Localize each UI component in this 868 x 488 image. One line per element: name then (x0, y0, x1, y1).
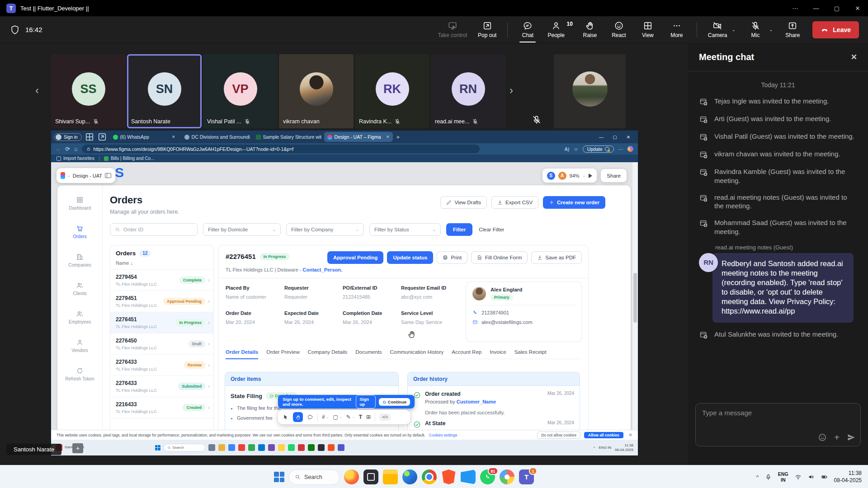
participant-tile[interactable]: vikram chavan (279, 54, 354, 128)
back-icon[interactable]: ← (56, 146, 61, 152)
filter-domicile-select[interactable]: Filter by Domicile⌄ (203, 223, 281, 236)
participant-tile[interactable]: SS Shivani Sup... (51, 54, 126, 128)
pen-tool-icon[interactable]: ✎ (346, 414, 351, 420)
order-row[interactable]: 2276451 TL Flex Holdings LLC In Progress… (110, 312, 213, 333)
mini-app-icon[interactable] (288, 444, 295, 451)
mic-options-chevron-icon[interactable]: ⌄ (769, 27, 773, 32)
cookie-close-icon[interactable]: ✕ (629, 432, 632, 437)
bookmark-import-favorites[interactable]: Import favorites (57, 156, 94, 161)
mini-app-icon[interactable] (268, 444, 275, 451)
chat-close-icon[interactable]: ✕ (851, 52, 857, 62)
mini-app-icon[interactable] (218, 444, 225, 451)
zoom-chevron-icon[interactable]: ⌄ (583, 174, 586, 178)
camera-options-chevron-icon[interactable]: ⌄ (732, 27, 736, 32)
refresh-icon[interactable]: ⟳ (66, 145, 70, 152)
tab-close-icon[interactable]: ✕ (386, 135, 390, 139)
browser-tab[interactable]: Design - UAT – Figma ✕ (324, 132, 393, 142)
wifi-icon[interactable] (795, 474, 802, 480)
sidebar-item[interactable]: Clients (73, 282, 87, 310)
browser-close-button[interactable]: ✕ (622, 135, 635, 140)
clear-filter-button[interactable]: Clear Filter (479, 227, 504, 232)
shape-tool-icon[interactable]: ▢ (333, 414, 338, 420)
maximize-button[interactable]: ▢ (826, 0, 847, 16)
collaborator-avatar[interactable]: A (558, 172, 566, 180)
browser-tab[interactable]: DC Divisions and Surroundings ✕ (181, 132, 250, 142)
print-button[interactable]: Print (437, 251, 467, 264)
comment-tool-icon[interactable] (307, 414, 313, 420)
url-field[interactable]: https://www.figma.com/design/9BKQ0FOHRWa… (82, 145, 480, 153)
vscode-icon[interactable] (461, 469, 476, 484)
dev-mode-toggle[interactable]: </> (379, 413, 391, 421)
copilot-icon[interactable] (627, 146, 633, 152)
text-tool-icon[interactable]: T (359, 414, 362, 420)
scrollbar[interactable] (632, 162, 638, 430)
mic-button[interactable]: Mic (746, 21, 764, 38)
mini-app-icon[interactable] (278, 444, 285, 451)
customer-name-link[interactable]: Customer_Name (457, 399, 496, 404)
camera-button[interactable]: Camera (708, 21, 727, 38)
participant-tile[interactable]: VP Vishal Patil ... (203, 54, 278, 128)
order-row[interactable]: 2216433 TL Flex Holdings LLC Created › (110, 397, 213, 418)
frame-tool-icon[interactable]: # (322, 414, 325, 420)
presenter-pin-button[interactable]: + (72, 443, 83, 453)
filter-company-select[interactable]: Filter by Company⌄ (286, 223, 364, 236)
more-button[interactable]: More (668, 21, 686, 38)
home-icon[interactable]: ⌂ (74, 146, 78, 152)
contact-email-row[interactable]: alex@vstatefilings.com (472, 319, 576, 325)
detail-tab[interactable]: Company Details (308, 349, 348, 355)
start-button[interactable] (274, 472, 284, 482)
volume-icon[interactable] (808, 474, 815, 480)
brave-icon[interactable] (441, 469, 456, 484)
participant-tile[interactable]: RK Ravindra K... (355, 54, 429, 128)
sidebar-item[interactable]: Employees (69, 310, 91, 338)
participant-tile-large[interactable] (554, 54, 626, 128)
order-row[interactable]: 2276433 TL Flex Holdings LLC Submitted › (110, 376, 213, 397)
scroll-left-icon[interactable]: ‹ (35, 85, 39, 96)
update-status-button[interactable]: Update status (387, 251, 433, 264)
browser-settings-icon[interactable]: ⋯ (618, 146, 623, 152)
raise-hand-button[interactable]: Raise (581, 21, 599, 38)
zoom-level[interactable]: 94% (570, 173, 580, 178)
deny-cookies-button[interactable]: Do not allow cookies (537, 432, 580, 439)
browser-maximize-button[interactable]: ▢ (608, 135, 622, 140)
detail-tab[interactable]: Order Details (226, 349, 258, 355)
cookies-settings-link[interactable]: Cookies settings (429, 433, 457, 437)
detail-tab[interactable]: Account Rep (452, 349, 481, 355)
colorful-app-icon[interactable] (500, 469, 514, 484)
save-as-pdf-button[interactable]: Save as PDF (531, 251, 582, 264)
contact-phone-row[interactable]: 2123874901 (472, 310, 576, 315)
taskbar-search-box[interactable]: Search (289, 469, 340, 485)
minimize-button[interactable]: — (806, 0, 826, 16)
fill-online-form-button[interactable]: Fill Online Form (471, 251, 528, 264)
file-explorer-icon[interactable] (383, 469, 398, 484)
whatsapp-icon[interactable]: 81 (480, 469, 495, 484)
order-row[interactable]: 2279454 TL Flex Holdings LLC Complete › (110, 270, 213, 291)
filter-status-select[interactable]: Filter by Status⌄ (369, 223, 441, 236)
google-continue-button[interactable]: G Continue (379, 398, 410, 406)
contact-person-link[interactable]: Contact_Person. (303, 267, 342, 272)
close-button[interactable]: ✕ (847, 0, 868, 16)
mini-app-icon[interactable] (258, 444, 265, 451)
mini-app-icon[interactable] (248, 444, 255, 451)
export-csv-button[interactable]: Export CSV (491, 196, 538, 209)
approval-pending-button[interactable]: Approval Pending (327, 251, 383, 264)
browser-minimize-button[interactable]: — (594, 135, 608, 140)
attach-plus-icon[interactable]: + (834, 433, 840, 442)
order-id-search-input[interactable]: Order ID (110, 223, 198, 236)
figma-menu-chevron-icon[interactable]: ⌄ (67, 174, 71, 178)
browser-tab[interactable]: Sample Salary Structure with calc ✕ (253, 132, 321, 142)
figma-share-button[interactable]: Share (600, 169, 627, 183)
firefox-icon[interactable] (344, 469, 359, 484)
clock-mini[interactable]: 11:38 08-04-2025 (615, 443, 633, 452)
sidebar-item[interactable]: Dashboard (69, 196, 91, 225)
allow-cookies-button[interactable]: Allow all cookies (584, 432, 623, 438)
language-indicator[interactable]: ENG IN (778, 471, 788, 482)
detail-tab[interactable]: Order Preview (266, 349, 300, 355)
view-button[interactable]: View (639, 21, 657, 38)
browser-tab[interactable]: (6) WhatsApp ✕ (110, 132, 179, 142)
hand-tool-icon[interactable] (293, 412, 303, 422)
component-tool-icon[interactable]: ⊞ (366, 414, 371, 420)
order-row[interactable]: 2279451 TL Flex Holdings LLC Approval Pe… (110, 291, 213, 312)
sidebar-item[interactable]: Orders (73, 225, 87, 253)
message-input[interactable]: Type a message + (695, 403, 861, 446)
